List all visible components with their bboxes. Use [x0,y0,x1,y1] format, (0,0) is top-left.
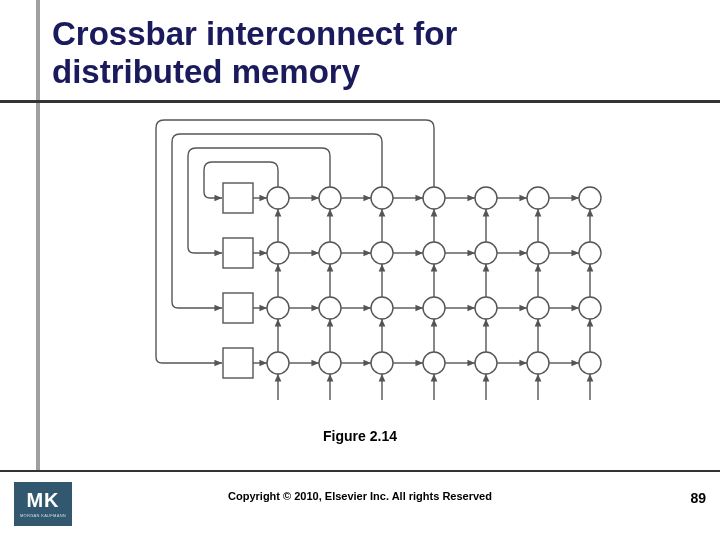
page-number: 89 [690,490,706,506]
slide: Crossbar interconnect for distributed me… [0,0,720,540]
title-line-1: Crossbar interconnect for [52,15,457,52]
slide-title: Crossbar interconnect for distributed me… [52,15,457,91]
svg-point-24 [579,297,601,319]
publisher-logo: MK MORGAN KAUFMANN [14,482,72,526]
svg-point-19 [319,297,341,319]
svg-point-31 [579,352,601,374]
title-line-2: distributed memory [52,53,360,90]
svg-point-14 [423,242,445,264]
svg-point-22 [475,297,497,319]
svg-rect-3 [223,348,253,378]
svg-point-8 [475,187,497,209]
copyright-text: Copyright © 2010, Elsevier Inc. All righ… [0,490,720,502]
svg-point-4 [267,187,289,209]
svg-point-29 [475,352,497,374]
svg-point-28 [423,352,445,374]
svg-point-5 [319,187,341,209]
crossbar-diagram [130,110,608,420]
svg-point-21 [423,297,445,319]
svg-rect-1 [223,238,253,268]
svg-point-17 [579,242,601,264]
horizontal-rule-top [0,100,720,103]
svg-point-27 [371,352,393,374]
svg-point-13 [371,242,393,264]
logo-subtext: MORGAN KAUFMANN [20,513,66,518]
svg-point-10 [579,187,601,209]
svg-point-15 [475,242,497,264]
svg-point-20 [371,297,393,319]
svg-point-6 [371,187,393,209]
figure-caption: Figure 2.14 [0,428,720,444]
svg-point-12 [319,242,341,264]
svg-point-11 [267,242,289,264]
horizontal-rule-bottom [0,470,720,472]
svg-point-25 [267,352,289,374]
svg-rect-2 [223,293,253,323]
svg-point-16 [527,242,549,264]
svg-rect-0 [223,183,253,213]
svg-point-30 [527,352,549,374]
svg-point-26 [319,352,341,374]
side-accent-line [36,0,40,470]
svg-point-23 [527,297,549,319]
svg-point-18 [267,297,289,319]
svg-point-7 [423,187,445,209]
svg-point-9 [527,187,549,209]
